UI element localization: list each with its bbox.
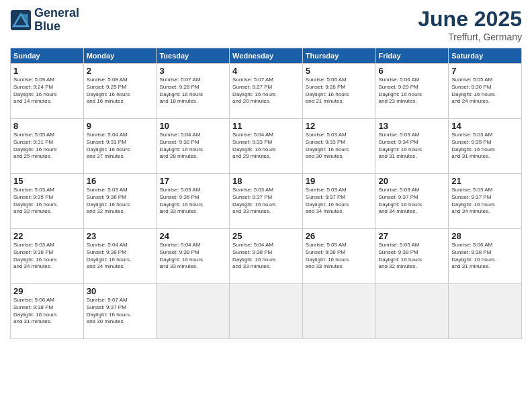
logo-text: General Blue [34, 7, 79, 34]
cell-details: Sunrise: 5:04 AM Sunset: 9:38 PM Dayligh… [87, 242, 154, 271]
calendar-cell: 23Sunrise: 5:04 AM Sunset: 9:38 PM Dayli… [83, 229, 157, 284]
calendar-cell: 20Sunrise: 5:03 AM Sunset: 9:37 PM Dayli… [375, 174, 449, 229]
cell-details: Sunrise: 5:03 AM Sunset: 9:36 PM Dayligh… [87, 187, 154, 216]
cell-details: Sunrise: 5:03 AM Sunset: 9:36 PM Dayligh… [159, 187, 226, 216]
cell-details: Sunrise: 5:03 AM Sunset: 9:37 PM Dayligh… [232, 187, 300, 216]
calendar-cell: 28Sunrise: 5:06 AM Sunset: 9:38 PM Dayli… [449, 229, 522, 284]
day-number: 20 [379, 176, 446, 186]
calendar-header-row: SundayMondayTuesdayWednesdayThursdayFrid… [11, 48, 522, 64]
logo-icon [10, 9, 32, 31]
cell-details: Sunrise: 5:03 AM Sunset: 9:38 PM Dayligh… [13, 242, 81, 271]
calendar-cell: 2Sunrise: 5:08 AM Sunset: 9:25 PM Daylig… [83, 64, 157, 119]
day-number: 11 [232, 121, 300, 131]
day-number: 4 [232, 66, 300, 76]
day-number: 6 [379, 66, 446, 76]
day-number: 8 [13, 121, 81, 131]
calendar-week-1: 1Sunrise: 5:09 AM Sunset: 9:24 PM Daylig… [11, 64, 522, 119]
logo: General Blue [10, 7, 79, 34]
day-number: 9 [87, 121, 154, 131]
calendar-cell: 8Sunrise: 5:05 AM Sunset: 9:31 PM Daylig… [11, 119, 84, 174]
calendar-cell: 13Sunrise: 5:03 AM Sunset: 9:34 PM Dayli… [375, 119, 449, 174]
calendar-cell: 27Sunrise: 5:05 AM Sunset: 9:38 PM Dayli… [375, 229, 449, 284]
day-number: 3 [159, 66, 226, 76]
calendar-cell: 17Sunrise: 5:03 AM Sunset: 9:36 PM Dayli… [157, 174, 230, 229]
cell-details: Sunrise: 5:07 AM Sunset: 9:26 PM Dayligh… [159, 77, 226, 105]
cell-details: Sunrise: 5:07 AM Sunset: 9:37 PM Dayligh… [87, 297, 154, 326]
day-number: 15 [13, 176, 81, 186]
column-header-saturday: Saturday [449, 48, 522, 64]
calendar-cell: 3Sunrise: 5:07 AM Sunset: 9:26 PM Daylig… [157, 64, 230, 119]
day-number: 5 [306, 66, 373, 76]
day-number: 19 [306, 176, 373, 186]
column-header-tuesday: Tuesday [157, 48, 230, 64]
column-header-thursday: Thursday [302, 48, 375, 64]
column-header-friday: Friday [375, 48, 449, 64]
column-header-sunday: Sunday [11, 48, 84, 64]
cell-details: Sunrise: 5:03 AM Sunset: 9:33 PM Dayligh… [306, 132, 373, 161]
calendar-week-2: 8Sunrise: 5:05 AM Sunset: 9:31 PM Daylig… [11, 119, 522, 174]
calendar: SundayMondayTuesdayWednesdayThursdayFrid… [10, 48, 522, 339]
calendar-cell: 12Sunrise: 5:03 AM Sunset: 9:33 PM Dayli… [302, 119, 375, 174]
cell-details: Sunrise: 5:06 AM Sunset: 9:28 PM Dayligh… [306, 77, 373, 105]
calendar-cell [230, 284, 303, 339]
calendar-cell: 7Sunrise: 5:05 AM Sunset: 9:30 PM Daylig… [449, 64, 522, 119]
day-number: 10 [159, 121, 226, 131]
column-header-monday: Monday [83, 48, 157, 64]
calendar-week-3: 15Sunrise: 5:03 AM Sunset: 9:35 PM Dayli… [11, 174, 522, 229]
day-number: 21 [451, 176, 519, 186]
cell-details: Sunrise: 5:05 AM Sunset: 9:38 PM Dayligh… [379, 242, 446, 271]
calendar-week-5: 29Sunrise: 5:06 AM Sunset: 9:38 PM Dayli… [11, 284, 522, 339]
day-number: 7 [451, 66, 519, 76]
calendar-cell: 5Sunrise: 5:06 AM Sunset: 9:28 PM Daylig… [302, 64, 375, 119]
cell-details: Sunrise: 5:06 AM Sunset: 9:29 PM Dayligh… [379, 77, 446, 105]
cell-details: Sunrise: 5:09 AM Sunset: 9:24 PM Dayligh… [13, 77, 81, 105]
cell-details: Sunrise: 5:06 AM Sunset: 9:38 PM Dayligh… [451, 242, 519, 271]
day-number: 16 [87, 176, 154, 186]
cell-details: Sunrise: 5:04 AM Sunset: 9:38 PM Dayligh… [159, 242, 226, 271]
calendar-cell: 1Sunrise: 5:09 AM Sunset: 9:24 PM Daylig… [11, 64, 84, 119]
calendar-week-4: 22Sunrise: 5:03 AM Sunset: 9:38 PM Dayli… [11, 229, 522, 284]
day-number: 18 [232, 176, 300, 186]
calendar-cell: 11Sunrise: 5:04 AM Sunset: 9:33 PM Dayli… [230, 119, 303, 174]
calendar-cell: 9Sunrise: 5:04 AM Sunset: 9:31 PM Daylig… [83, 119, 157, 174]
day-number: 28 [451, 231, 519, 241]
cell-details: Sunrise: 5:06 AM Sunset: 9:38 PM Dayligh… [13, 297, 81, 326]
cell-details: Sunrise: 5:04 AM Sunset: 9:38 PM Dayligh… [232, 242, 300, 271]
cell-details: Sunrise: 5:07 AM Sunset: 9:27 PM Dayligh… [232, 77, 300, 105]
cell-details: Sunrise: 5:04 AM Sunset: 9:31 PM Dayligh… [87, 132, 154, 161]
day-number: 23 [87, 231, 154, 241]
title-block: June 2025 Treffurt, Germany [418, 7, 522, 42]
day-number: 29 [13, 286, 81, 296]
calendar-cell: 16Sunrise: 5:03 AM Sunset: 9:36 PM Dayli… [83, 174, 157, 229]
cell-details: Sunrise: 5:05 AM Sunset: 9:30 PM Dayligh… [451, 77, 519, 105]
day-number: 1 [13, 66, 81, 76]
calendar-cell: 6Sunrise: 5:06 AM Sunset: 9:29 PM Daylig… [375, 64, 449, 119]
calendar-cell: 30Sunrise: 5:07 AM Sunset: 9:37 PM Dayli… [83, 284, 157, 339]
cell-details: Sunrise: 5:04 AM Sunset: 9:32 PM Dayligh… [159, 132, 226, 161]
page: General Blue June 2025 Treffurt, Germany… [0, 0, 532, 411]
cell-details: Sunrise: 5:05 AM Sunset: 9:31 PM Dayligh… [13, 132, 81, 161]
day-number: 13 [379, 121, 446, 131]
month-title: June 2025 [418, 7, 522, 32]
calendar-cell: 15Sunrise: 5:03 AM Sunset: 9:35 PM Dayli… [11, 174, 84, 229]
calendar-cell: 24Sunrise: 5:04 AM Sunset: 9:38 PM Dayli… [157, 229, 230, 284]
cell-details: Sunrise: 5:03 AM Sunset: 9:34 PM Dayligh… [379, 132, 446, 161]
cell-details: Sunrise: 5:03 AM Sunset: 9:37 PM Dayligh… [306, 187, 373, 216]
day-number: 17 [159, 176, 226, 186]
calendar-cell: 10Sunrise: 5:04 AM Sunset: 9:32 PM Dayli… [157, 119, 230, 174]
column-header-wednesday: Wednesday [230, 48, 303, 64]
day-number: 26 [306, 231, 373, 241]
cell-details: Sunrise: 5:08 AM Sunset: 9:25 PM Dayligh… [87, 77, 154, 105]
calendar-cell: 29Sunrise: 5:06 AM Sunset: 9:38 PM Dayli… [11, 284, 84, 339]
logo-line2: Blue [34, 20, 79, 34]
day-number: 27 [379, 231, 446, 241]
header: General Blue June 2025 Treffurt, Germany [10, 7, 522, 42]
day-number: 14 [451, 121, 519, 131]
day-number: 24 [159, 231, 226, 241]
calendar-cell: 18Sunrise: 5:03 AM Sunset: 9:37 PM Dayli… [230, 174, 303, 229]
calendar-cell [302, 284, 375, 339]
logo-line1: General [34, 7, 79, 20]
calendar-cell: 21Sunrise: 5:03 AM Sunset: 9:37 PM Dayli… [449, 174, 522, 229]
cell-details: Sunrise: 5:03 AM Sunset: 9:37 PM Dayligh… [451, 187, 519, 216]
calendar-cell: 14Sunrise: 5:03 AM Sunset: 9:35 PM Dayli… [449, 119, 522, 174]
